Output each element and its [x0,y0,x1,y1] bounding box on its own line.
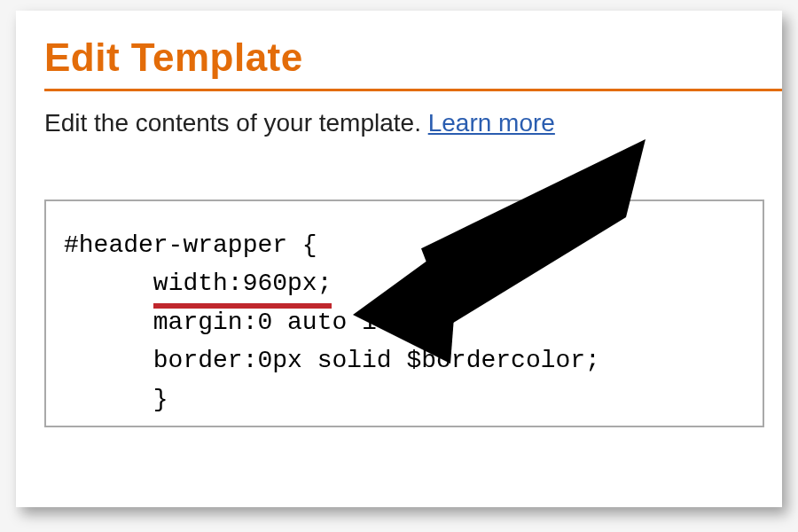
page-title: Edit Template [44,35,782,91]
template-code-box[interactable]: #header-wrapper { width:960px; margin:0 … [44,200,764,427]
code-line: border:0px solid $bordercolor; [64,341,745,379]
description-prefix: Edit the contents of your template. [44,109,428,137]
highlighted-code: width:960px; [153,264,332,302]
code-line: margin:0 auto 10px; [64,303,745,341]
learn-more-link[interactable]: Learn more [428,109,555,137]
code-line: #header-wrapper { [64,226,745,264]
content-card: Edit Template Edit the contents of your … [16,11,782,507]
code-line: } [64,380,745,419]
description-text: Edit the contents of your template. Lear… [44,109,754,137]
code-line: width:960px; [64,264,745,302]
